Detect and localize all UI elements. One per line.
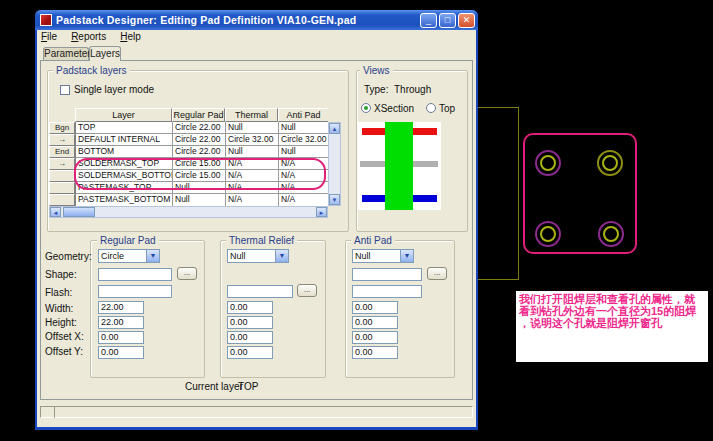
cell-layer: BOTTOM [76, 146, 173, 157]
cell-layer: TOP [76, 122, 173, 133]
anti-shape-field[interactable] [352, 268, 422, 281]
column-header-anti-pad[interactable]: Anti Pad [278, 108, 328, 122]
cell-regular-pad: Circle 22.00 [173, 134, 226, 145]
table-row-pastemask-bottom[interactable]: PASTEMASK_BOTTOM Null N/A N/A [76, 194, 328, 206]
thermal-flash-browse-button[interactable]: ... [297, 284, 317, 297]
menu-file[interactable]: File [39, 30, 59, 44]
padstack-layers-caption: Padstack layers [53, 65, 130, 76]
chevron-down-icon[interactable]: ▼ [400, 250, 413, 262]
minimize-button[interactable]: _ [420, 13, 437, 28]
cell-regular-pad: Null [173, 194, 226, 206]
table-row-top[interactable]: TOP Circle 22.00 Null Null [76, 122, 328, 134]
xsection-radio[interactable] [361, 103, 371, 113]
regular-offset-x-field[interactable]: 0.00 [98, 331, 144, 344]
anti-geometry-value: Null [353, 250, 400, 262]
table-row-default-internal[interactable]: DEFAULT INTERNAL Circle 22.00 Circle 32.… [76, 134, 328, 146]
close-button[interactable]: ✕ [458, 13, 475, 28]
regular-geometry-value: Circle [99, 250, 146, 262]
regular-geometry-select[interactable]: Circle ▼ [98, 249, 160, 263]
row-marker-end[interactable]: End [49, 146, 75, 158]
row-marker-bgn[interactable]: Bgn [49, 122, 75, 134]
cell-regular-pad: Circle 22.00 [173, 146, 226, 157]
cell-thermal-relief: Null [226, 146, 279, 157]
regular-shape-field[interactable] [98, 268, 172, 281]
table-horizontal-scrollbar[interactable]: ◄ ► [49, 206, 328, 218]
thermal-offset-x-field[interactable]: 0.00 [227, 331, 273, 344]
column-header-thermal-relief[interactable]: Thermal Relief [225, 108, 278, 122]
window-title: Padstack Designer: Editing Pad Definitio… [56, 14, 418, 26]
view-type-value: Through [394, 84, 431, 95]
xsection-bottom-pad-left [362, 195, 385, 202]
cell-layer: DEFAULT INTERNAL [76, 134, 173, 145]
row-marker-blank-2[interactable] [49, 182, 75, 194]
regular-width-field[interactable]: 22.00 [98, 301, 144, 314]
thermal-height-field[interactable]: 0.00 [227, 316, 273, 329]
column-header-regular-pad[interactable]: Regular Pad [172, 108, 225, 122]
cell-layer: PASTEMASK_BOTTOM [76, 194, 173, 206]
row-marker-blank-1[interactable] [49, 170, 75, 182]
regular-shape-browse-button[interactable]: ... [177, 267, 197, 280]
via-drill-top-left [540, 155, 556, 171]
regular-pad-caption: Regular Pad [97, 235, 159, 246]
row-marker-blank-3[interactable] [49, 194, 75, 206]
anti-offset-x-field[interactable]: 0.00 [352, 331, 398, 344]
anti-width-field[interactable]: 0.00 [352, 301, 398, 314]
chevron-down-icon[interactable]: ▼ [146, 250, 159, 262]
xsection-top-pad-right [413, 128, 437, 135]
regular-flash-field[interactable] [98, 285, 172, 298]
anti-offset-y-field[interactable]: 0.00 [352, 346, 398, 359]
view-type-label: Type: [364, 84, 388, 95]
note-line-1: 我们打开阻焊层和查看孔的属性，就 [519, 293, 705, 305]
cell-thermal-relief: Circle 32.00 [226, 134, 279, 145]
anti-shape-browse-button[interactable]: ... [427, 267, 447, 280]
thermal-geometry-value: Null [228, 250, 275, 262]
regular-height-field[interactable]: 22.00 [98, 316, 144, 329]
single-layer-mode-label: Single layer mode [74, 84, 154, 95]
tab-layers[interactable]: Layers [89, 46, 121, 61]
offset-x-label: Offset X: [45, 331, 84, 342]
maximize-button[interactable]: □ [439, 13, 456, 28]
flash-label: Flash: [45, 287, 72, 298]
scroll-left-icon[interactable]: ◄ [50, 207, 61, 217]
row-marker-arrow-2[interactable]: → [49, 158, 75, 170]
top-radio[interactable] [426, 103, 436, 113]
scroll-up-icon[interactable]: ▲ [329, 123, 340, 134]
cell-thermal-relief: N/A [226, 194, 279, 206]
chevron-down-icon[interactable]: ▼ [275, 250, 288, 262]
column-header-layer[interactable]: Layer [75, 108, 172, 122]
anti-flash-field[interactable] [352, 285, 422, 298]
menu-bar: File Reports Help [37, 30, 476, 44]
anti-height-field[interactable]: 0.00 [352, 316, 398, 329]
single-layer-mode-checkbox[interactable] [60, 85, 70, 95]
thermal-width-field[interactable]: 0.00 [227, 301, 273, 314]
tab-parameters[interactable]: Parameters [43, 47, 89, 60]
cell-thermal-relief: Null [226, 122, 279, 133]
scrollbar-thumb[interactable] [63, 207, 95, 217]
menu-help[interactable]: Help [118, 30, 143, 44]
scroll-down-icon[interactable]: ▼ [329, 194, 340, 205]
soldermask-rows-highlight [74, 158, 326, 190]
note-line-2: 看到钻孔外边有一个直径为15的阻焊 [519, 305, 705, 317]
menu-reports[interactable]: Reports [69, 30, 108, 44]
top-radio-label: Top [439, 103, 455, 114]
row-marker-arrow-1[interactable]: → [49, 134, 75, 146]
scroll-right-icon[interactable]: ► [316, 207, 327, 217]
views-caption: Views [360, 65, 393, 76]
row-header-column: Bgn → End → [49, 122, 75, 206]
thermal-flash-field[interactable] [227, 285, 293, 298]
table-vertical-scrollbar[interactable]: ▲ ▼ [328, 122, 341, 206]
regular-offset-y-field[interactable]: 0.00 [98, 346, 144, 359]
current-layer-value: TOP [238, 381, 258, 392]
via-pad-bottom-left [535, 221, 561, 247]
table-row-bottom[interactable]: BOTTOM Circle 22.00 Null Null [76, 146, 328, 158]
thermal-geometry-select[interactable]: Null ▼ [227, 249, 289, 263]
xsection-top-pad-left [362, 128, 385, 135]
current-layer-label: Current layer [185, 381, 243, 392]
anti-geometry-select[interactable]: Null ▼ [352, 249, 414, 263]
thermal-offset-y-field[interactable]: 0.00 [227, 346, 273, 359]
via-pad-bottom-right [598, 221, 624, 247]
cell-anti-pad: Circle 32.00 [279, 134, 328, 145]
app-icon [40, 14, 52, 26]
cell-anti-pad: Null [279, 122, 328, 133]
height-label: Height: [45, 317, 77, 328]
